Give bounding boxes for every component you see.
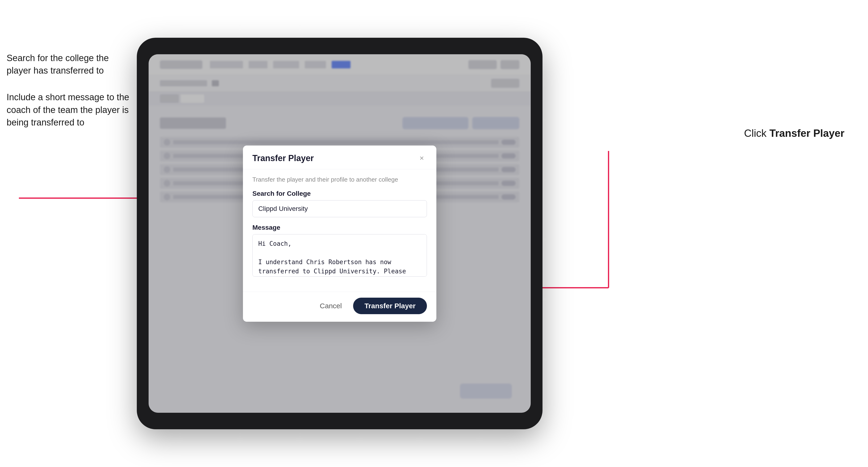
message-label: Message xyxy=(252,224,427,231)
modal-body: Transfer the player and their profile to… xyxy=(243,169,436,292)
modal-footer: Cancel Transfer Player xyxy=(243,292,436,322)
modal-subtitle: Transfer the player and their profile to… xyxy=(252,176,427,183)
tablet-screen: Transfer Player × Transfer the player an… xyxy=(149,54,531,413)
annotation-left: Search for the college the player has tr… xyxy=(7,52,129,143)
college-search-group: Search for College xyxy=(252,190,427,217)
modal-close-button[interactable]: × xyxy=(416,153,427,163)
message-group: Message Hi Coach, I understand Chris Rob… xyxy=(252,224,427,278)
modal-title: Transfer Player xyxy=(252,153,314,163)
tablet-device: Transfer Player × Transfer the player an… xyxy=(137,38,542,429)
modal-overlay: Transfer Player × Transfer the player an… xyxy=(149,54,531,413)
annotation-right-prefix: Click xyxy=(744,127,769,139)
college-search-label: Search for College xyxy=(252,190,427,197)
transfer-player-button[interactable]: Transfer Player xyxy=(353,298,427,314)
transfer-player-modal: Transfer Player × Transfer the player an… xyxy=(243,146,436,322)
annotation-left-text-1: Search for the college the player has tr… xyxy=(7,53,109,75)
annotation-right-bold: Transfer Player xyxy=(769,127,844,139)
close-icon: × xyxy=(420,154,424,162)
modal-header: Transfer Player × xyxy=(243,146,436,169)
annotation-right: Click Transfer Player xyxy=(744,127,844,139)
cancel-button[interactable]: Cancel xyxy=(314,298,347,314)
annotation-left-text-2: Include a short message to the coach of … xyxy=(7,92,129,127)
college-search-input[interactable] xyxy=(252,200,427,217)
message-textarea[interactable]: Hi Coach, I understand Chris Robertson h… xyxy=(252,234,427,277)
